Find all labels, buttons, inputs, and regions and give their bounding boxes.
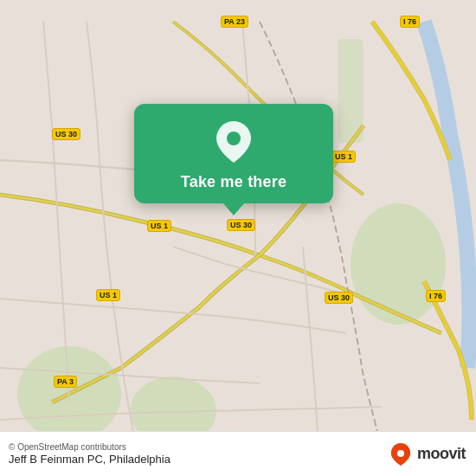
road-label-i76-bot: I 76 bbox=[426, 290, 446, 302]
take-me-there-button[interactable]: Take me there bbox=[181, 173, 286, 191]
location-name: Jeff B Feinman PC, Philadelphia bbox=[9, 453, 170, 466]
road-label-us30-bot: US 30 bbox=[325, 292, 353, 304]
bottom-left-info: © OpenStreetMap contributors Jeff B Fein… bbox=[9, 442, 170, 466]
svg-point-5 bbox=[227, 132, 241, 145]
moovit-icon bbox=[389, 442, 413, 466]
road-label-i76-top: I 76 bbox=[400, 16, 420, 28]
road-label-pa3: PA 3 bbox=[54, 376, 77, 388]
road-label-us1-bot: US 1 bbox=[96, 289, 120, 301]
road-label-us1-mid2: US 1 bbox=[147, 220, 171, 232]
road-label-pa23-top: PA 23 bbox=[221, 16, 248, 28]
location-pin-icon bbox=[211, 119, 256, 164]
osm-attribution: © OpenStreetMap contributors bbox=[9, 442, 170, 452]
moovit-logo: moovit bbox=[389, 442, 466, 466]
moovit-brand-text: moovit bbox=[417, 445, 466, 463]
map-container: PA 23 PA 23 I 76 I 76 US 30 US 30 US 30 … bbox=[0, 0, 476, 476]
svg-point-1 bbox=[351, 203, 446, 325]
popup-card: Take me there bbox=[134, 104, 333, 203]
bottom-bar: © OpenStreetMap contributors Jeff B Fein… bbox=[0, 431, 476, 476]
road-label-us30-left: US 30 bbox=[52, 128, 80, 140]
map-background bbox=[0, 0, 476, 476]
road-label-us1-right: US 1 bbox=[331, 151, 356, 163]
svg-point-7 bbox=[397, 450, 404, 457]
road-label-us30-mid: US 30 bbox=[227, 219, 255, 231]
